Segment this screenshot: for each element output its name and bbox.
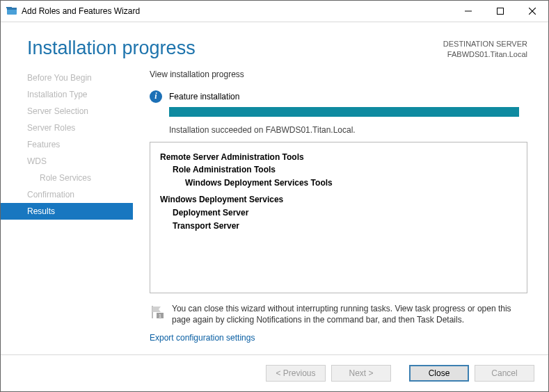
wizard-window: Add Roles and Features Wizard Installati… — [0, 0, 549, 392]
nav-installation-type: Installation Type — [1, 86, 133, 103]
close-button[interactable]: Close — [409, 365, 469, 382]
info-note: 1 You can close this wizard without inte… — [150, 303, 527, 327]
info-icon: i — [150, 90, 162, 103]
destination-value: FABWDS01.Titan.Local — [443, 49, 527, 60]
main-caption: View installation progress — [150, 70, 527, 79]
tree-item: Remote Server Administration Tools — [160, 151, 517, 164]
wizard-nav: Before You Begin Installation Type Serve… — [1, 64, 133, 354]
svg-rect-4 — [498, 8, 504, 15]
nav-results[interactable]: Results — [1, 203, 133, 220]
note-text: You can close this wizard without interr… — [172, 303, 527, 327]
tree-item: Windows Deployment Services — [160, 193, 517, 206]
nav-wds: WDS — [1, 153, 133, 170]
progress-bar — [169, 107, 519, 117]
previous-button: < Previous — [266, 365, 326, 382]
flag-icon: 1 — [150, 304, 165, 320]
cancel-button: Cancel — [475, 365, 534, 382]
nav-server-roles: Server Roles — [1, 120, 133, 136]
nav-confirmation: Confirmation — [1, 186, 133, 203]
svg-text:1: 1 — [159, 313, 161, 318]
page-title: Installation progress — [27, 38, 443, 59]
next-button: Next > — [331, 365, 391, 382]
results-box: Remote Server Administration Tools Role … — [150, 142, 527, 293]
titlebar: Add Roles and Features Wizard — [1, 1, 548, 22]
close-window-button[interactable] — [516, 1, 548, 22]
body: Before You Begin Installation Type Serve… — [1, 64, 548, 354]
feature-row: i Feature installation — [150, 90, 527, 103]
app-icon — [6, 6, 17, 17]
destination-label: DESTINATION SERVER — [443, 39, 527, 49]
minimize-button[interactable] — [452, 1, 484, 22]
footer: < Previous Next > Close Cancel — [1, 354, 548, 391]
status-line: Installation succeeded on FABWDS01.Titan… — [169, 125, 527, 135]
destination-server: DESTINATION SERVER FABWDS01.Titan.Local — [443, 39, 527, 60]
tree-item: Deployment Server — [160, 206, 517, 220]
nav-features: Features — [1, 136, 133, 153]
feature-label: Feature installation — [169, 92, 239, 101]
nav-role-services: Role Services — [1, 170, 133, 186]
svg-rect-2 — [6, 7, 12, 8]
export-config-link[interactable]: Export configuration settings — [150, 333, 527, 343]
maximize-button[interactable] — [484, 1, 516, 22]
main-panel: View installation progress i Feature ins… — [133, 64, 548, 354]
header: Installation progress DESTINATION SERVER… — [1, 22, 548, 64]
svg-rect-3 — [465, 11, 472, 12]
nav-server-selection: Server Selection — [1, 103, 133, 120]
tree-item: Role Administration Tools — [160, 163, 517, 177]
tree-item: Transport Server — [160, 220, 517, 233]
tree-item: Windows Deployment Services Tools — [160, 177, 517, 190]
window-title: Add Roles and Features Wizard — [22, 6, 140, 16]
nav-before-you-begin: Before You Begin — [1, 70, 133, 86]
